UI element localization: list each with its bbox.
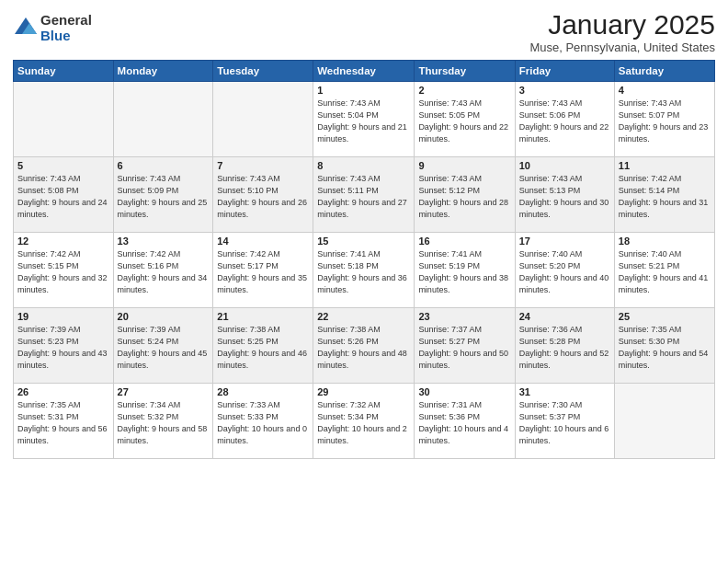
calendar-cell: 12Sunrise: 7:42 AM Sunset: 5:15 PM Dayli… [14, 233, 114, 308]
calendar-cell: 19Sunrise: 7:39 AM Sunset: 5:23 PM Dayli… [14, 308, 114, 384]
day-info: Sunrise: 7:35 AM Sunset: 5:30 PM Dayligh… [619, 324, 711, 372]
logo-icon [13, 16, 39, 41]
day-number: 19 [17, 311, 109, 322]
calendar-cell: 15Sunrise: 7:41 AM Sunset: 5:18 PM Dayli… [313, 233, 415, 308]
weekday-tuesday: Tuesday [213, 61, 313, 82]
day-info: Sunrise: 7:38 AM Sunset: 5:25 PM Dayligh… [217, 324, 309, 372]
day-info: Sunrise: 7:41 AM Sunset: 5:19 PM Dayligh… [418, 248, 510, 296]
calendar-cell: 29Sunrise: 7:32 AM Sunset: 5:34 PM Dayli… [313, 384, 415, 459]
logo-text: General Blue [40, 13, 92, 43]
calendar-cell: 22Sunrise: 7:38 AM Sunset: 5:26 PM Dayli… [313, 308, 415, 384]
day-info: Sunrise: 7:43 AM Sunset: 5:11 PM Dayligh… [317, 173, 410, 221]
calendar-cell: 1Sunrise: 7:43 AM Sunset: 5:04 PM Daylig… [313, 82, 415, 157]
week-row-3: 12Sunrise: 7:42 AM Sunset: 5:15 PM Dayli… [14, 233, 715, 308]
calendar-cell: 3Sunrise: 7:43 AM Sunset: 5:06 PM Daylig… [515, 82, 614, 157]
week-row-5: 26Sunrise: 7:35 AM Sunset: 5:31 PM Dayli… [14, 384, 715, 459]
day-number: 28 [217, 386, 309, 397]
day-info: Sunrise: 7:41 AM Sunset: 5:18 PM Dayligh… [317, 248, 410, 296]
calendar-cell: 9Sunrise: 7:43 AM Sunset: 5:12 PM Daylig… [415, 157, 515, 233]
calendar-cell: 28Sunrise: 7:33 AM Sunset: 5:33 PM Dayli… [213, 384, 313, 459]
weekday-header-row: SundayMondayTuesdayWednesdayThursdayFrid… [14, 61, 715, 82]
calendar-cell: 30Sunrise: 7:31 AM Sunset: 5:36 PM Dayli… [415, 384, 515, 459]
calendar-cell: 6Sunrise: 7:43 AM Sunset: 5:09 PM Daylig… [113, 157, 213, 233]
calendar-cell: 27Sunrise: 7:34 AM Sunset: 5:32 PM Dayli… [113, 384, 213, 459]
day-info: Sunrise: 7:42 AM Sunset: 5:16 PM Dayligh… [118, 248, 210, 296]
calendar-cell: 8Sunrise: 7:43 AM Sunset: 5:11 PM Daylig… [313, 157, 415, 233]
day-number: 23 [418, 311, 510, 322]
day-info: Sunrise: 7:38 AM Sunset: 5:26 PM Dayligh… [317, 324, 410, 372]
weekday-monday: Monday [113, 61, 213, 82]
week-row-4: 19Sunrise: 7:39 AM Sunset: 5:23 PM Dayli… [14, 308, 715, 384]
day-info: Sunrise: 7:43 AM Sunset: 5:07 PM Dayligh… [619, 98, 711, 145]
calendar-cell [213, 82, 313, 157]
calendar-cell: 16Sunrise: 7:41 AM Sunset: 5:19 PM Dayli… [415, 233, 515, 308]
week-row-1: 1Sunrise: 7:43 AM Sunset: 5:04 PM Daylig… [14, 82, 715, 157]
header: General Blue January 2025 Muse, Pennsylv… [13, 9, 715, 54]
calendar: SundayMondayTuesdayWednesdayThursdayFrid… [13, 60, 715, 459]
calendar-cell: 4Sunrise: 7:43 AM Sunset: 5:07 PM Daylig… [614, 82, 714, 157]
day-number: 17 [519, 236, 610, 247]
day-number: 5 [17, 160, 109, 171]
calendar-cell: 26Sunrise: 7:35 AM Sunset: 5:31 PM Dayli… [14, 384, 114, 459]
logo: General Blue [13, 13, 92, 43]
day-info: Sunrise: 7:40 AM Sunset: 5:20 PM Dayligh… [519, 248, 610, 296]
day-info: Sunrise: 7:33 AM Sunset: 5:33 PM Dayligh… [217, 399, 309, 447]
calendar-cell: 21Sunrise: 7:38 AM Sunset: 5:25 PM Dayli… [213, 308, 313, 384]
calendar-cell: 2Sunrise: 7:43 AM Sunset: 5:05 PM Daylig… [415, 82, 515, 157]
calendar-cell: 13Sunrise: 7:42 AM Sunset: 5:16 PM Dayli… [113, 233, 213, 308]
day-info: Sunrise: 7:42 AM Sunset: 5:17 PM Dayligh… [217, 248, 309, 296]
calendar-cell [113, 82, 213, 157]
calendar-cell: 18Sunrise: 7:40 AM Sunset: 5:21 PM Dayli… [614, 233, 714, 308]
month-title: January 2025 [529, 9, 715, 40]
title-block: January 2025 Muse, Pennsylvania, United … [529, 9, 715, 54]
day-info: Sunrise: 7:43 AM Sunset: 5:04 PM Dayligh… [317, 98, 410, 145]
day-number: 6 [118, 160, 210, 171]
day-number: 12 [17, 236, 109, 247]
day-info: Sunrise: 7:43 AM Sunset: 5:09 PM Dayligh… [118, 173, 210, 221]
day-info: Sunrise: 7:39 AM Sunset: 5:23 PM Dayligh… [17, 324, 109, 372]
location: Muse, Pennsylvania, United States [529, 40, 715, 54]
logo-blue: Blue [40, 29, 92, 44]
day-number: 27 [118, 386, 210, 397]
day-info: Sunrise: 7:30 AM Sunset: 5:37 PM Dayligh… [519, 399, 610, 447]
day-info: Sunrise: 7:42 AM Sunset: 5:14 PM Dayligh… [619, 173, 711, 221]
calendar-cell: 14Sunrise: 7:42 AM Sunset: 5:17 PM Dayli… [213, 233, 313, 308]
calendar-cell: 31Sunrise: 7:30 AM Sunset: 5:37 PM Dayli… [515, 384, 614, 459]
calendar-cell [14, 82, 114, 157]
calendar-cell: 7Sunrise: 7:43 AM Sunset: 5:10 PM Daylig… [213, 157, 313, 233]
page: General Blue January 2025 Muse, Pennsylv… [0, 0, 728, 563]
day-number: 18 [619, 236, 711, 247]
calendar-cell: 24Sunrise: 7:36 AM Sunset: 5:28 PM Dayli… [515, 308, 614, 384]
day-number: 7 [217, 160, 309, 171]
day-number: 29 [317, 386, 410, 397]
day-info: Sunrise: 7:43 AM Sunset: 5:05 PM Dayligh… [418, 98, 510, 145]
day-number: 21 [217, 311, 309, 322]
day-number: 20 [118, 311, 210, 322]
day-number: 13 [118, 236, 210, 247]
day-info: Sunrise: 7:36 AM Sunset: 5:28 PM Dayligh… [519, 324, 610, 372]
day-info: Sunrise: 7:43 AM Sunset: 5:08 PM Dayligh… [17, 173, 109, 221]
calendar-cell: 10Sunrise: 7:43 AM Sunset: 5:13 PM Dayli… [515, 157, 614, 233]
day-number: 25 [619, 311, 711, 322]
calendar-cell: 25Sunrise: 7:35 AM Sunset: 5:30 PM Dayli… [614, 308, 714, 384]
weekday-sunday: Sunday [14, 61, 114, 82]
weekday-friday: Friday [515, 61, 614, 82]
day-number: 4 [619, 85, 711, 96]
day-number: 24 [519, 311, 610, 322]
day-info: Sunrise: 7:31 AM Sunset: 5:36 PM Dayligh… [418, 399, 510, 447]
day-number: 10 [519, 160, 610, 171]
calendar-cell [614, 384, 714, 459]
day-number: 1 [317, 85, 410, 96]
day-info: Sunrise: 7:32 AM Sunset: 5:34 PM Dayligh… [317, 399, 410, 447]
day-info: Sunrise: 7:42 AM Sunset: 5:15 PM Dayligh… [17, 248, 109, 296]
day-info: Sunrise: 7:35 AM Sunset: 5:31 PM Dayligh… [17, 399, 109, 447]
day-number: 8 [317, 160, 410, 171]
day-number: 30 [418, 386, 510, 397]
day-info: Sunrise: 7:34 AM Sunset: 5:32 PM Dayligh… [118, 399, 210, 447]
day-number: 22 [317, 311, 410, 322]
week-row-2: 5Sunrise: 7:43 AM Sunset: 5:08 PM Daylig… [14, 157, 715, 233]
weekday-thursday: Thursday [415, 61, 515, 82]
calendar-cell: 23Sunrise: 7:37 AM Sunset: 5:27 PM Dayli… [415, 308, 515, 384]
day-number: 3 [519, 85, 610, 96]
day-number: 14 [217, 236, 309, 247]
